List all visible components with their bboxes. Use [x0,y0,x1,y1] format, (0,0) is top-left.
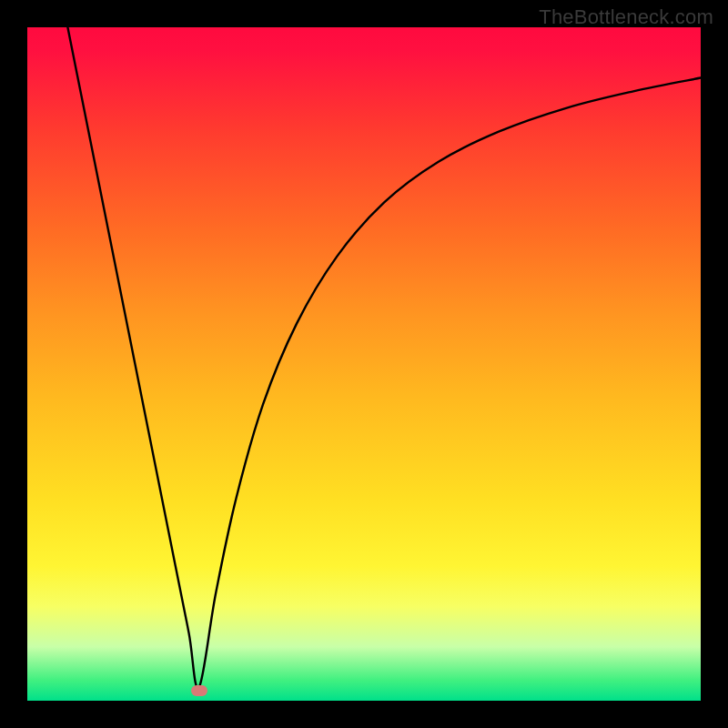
chart-plot-area [27,27,701,701]
bottleneck-curve [27,27,701,701]
curve-path [67,27,701,688]
optimum-marker [191,685,207,696]
watermark-label: TheBottleneck.com [539,5,713,29]
